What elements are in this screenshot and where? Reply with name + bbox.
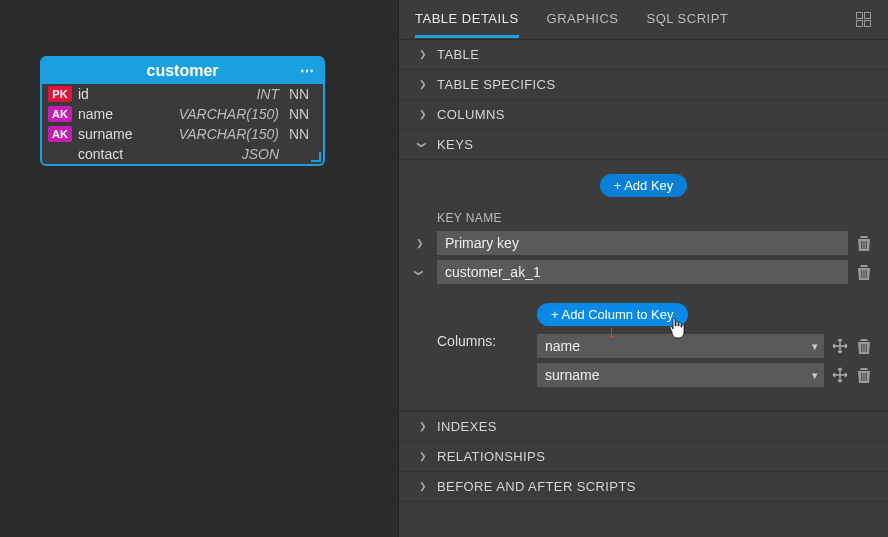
delete-column-icon[interactable] — [856, 337, 872, 355]
entity-title: customer — [146, 62, 218, 79]
entity-header[interactable]: customer ⋯ — [42, 58, 323, 84]
entity-column-row[interactable]: AK name VARCHAR(150) NN — [42, 104, 323, 124]
section-columns[interactable]: COLUMNS — [399, 100, 888, 130]
delete-key-icon[interactable] — [856, 234, 872, 252]
column-name: id — [78, 86, 256, 102]
svg-rect-8 — [866, 344, 867, 352]
add-column-to-key-button[interactable]: + Add Column to Key — [537, 303, 688, 326]
add-key-button[interactable]: + Add Key — [600, 174, 688, 197]
chevron-right-icon — [415, 79, 429, 90]
entity-customer[interactable]: customer ⋯ PK id INT NN AK name VARCHAR(… — [40, 56, 325, 166]
section-keys[interactable]: KEYS — [399, 130, 888, 160]
column-nullability: NN — [289, 126, 317, 142]
section-indexes[interactable]: INDEXES — [399, 411, 888, 442]
column-name: surname — [78, 126, 179, 142]
resize-handle-icon[interactable] — [311, 152, 321, 162]
svg-rect-9 — [861, 373, 862, 381]
entity-menu-icon[interactable]: ⋯ — [300, 63, 315, 79]
tab-sql-script[interactable]: SQL SCRIPT — [646, 1, 728, 38]
column-name: name — [78, 106, 179, 122]
reorder-handle-icon[interactable] — [832, 367, 848, 383]
chevron-right-icon — [415, 109, 429, 120]
tab-bar: TABLE DETAILS GRAPHICS SQL SCRIPT — [399, 0, 888, 40]
badge-primary-key: PK — [48, 86, 72, 102]
svg-rect-10 — [863, 373, 864, 381]
svg-rect-3 — [861, 270, 862, 278]
columns-label: Columns: — [437, 303, 537, 349]
column-type: VARCHAR(150) — [179, 126, 289, 142]
svg-rect-7 — [863, 344, 864, 352]
select-value: surname — [545, 367, 599, 383]
section-scripts[interactable]: BEFORE AND AFTER SCRIPTS — [399, 472, 888, 502]
diagram-canvas[interactable]: customer ⋯ PK id INT NN AK name VARCHAR(… — [0, 0, 398, 537]
sections-container: TABLE TABLE SPECIFICS COLUMNS KEYS + Add… — [399, 40, 888, 537]
section-label: COLUMNS — [437, 107, 505, 122]
svg-rect-6 — [861, 344, 862, 352]
collapse-key-icon[interactable] — [415, 267, 429, 278]
section-label: BEFORE AND AFTER SCRIPTS — [437, 479, 636, 494]
chevron-right-icon — [415, 421, 429, 432]
section-table-specifics[interactable]: TABLE SPECIFICS — [399, 70, 888, 100]
entity-column-row[interactable]: AK surname VARCHAR(150) NN — [42, 124, 323, 144]
entity-column-row[interactable]: PK id INT NN — [42, 84, 323, 104]
key-name-heading: KEY NAME — [415, 211, 872, 225]
chevron-right-icon — [415, 49, 429, 60]
layout-toggle-icon[interactable] — [856, 12, 872, 28]
section-label: INDEXES — [437, 419, 497, 434]
column-type: INT — [256, 86, 289, 102]
svg-rect-2 — [866, 241, 867, 249]
select-value: name — [545, 338, 580, 354]
section-label: TABLE SPECIFICS — [437, 77, 555, 92]
delete-key-icon[interactable] — [856, 263, 872, 281]
column-nullability: NN — [289, 86, 317, 102]
key-details: Columns: + Add Column to Key name — [415, 289, 872, 394]
key-column-select[interactable]: surname — [537, 363, 824, 387]
key-column-row: name ↓ — [537, 334, 872, 358]
key-name-input[interactable] — [437, 231, 848, 255]
column-name: contact — [78, 146, 242, 162]
chevron-right-icon — [415, 481, 429, 492]
svg-rect-1 — [863, 241, 864, 249]
badge-alternate-key: AK — [48, 106, 72, 122]
section-table[interactable]: TABLE — [399, 40, 888, 70]
details-panel: TABLE DETAILS GRAPHICS SQL SCRIPT TABLE … — [398, 0, 888, 537]
key-name-input[interactable] — [437, 260, 848, 284]
section-label: RELATIONSHIPS — [437, 449, 545, 464]
section-label: KEYS — [437, 137, 473, 152]
svg-rect-0 — [861, 241, 862, 249]
tab-table-details[interactable]: TABLE DETAILS — [415, 1, 519, 38]
key-column-select[interactable]: name — [537, 334, 824, 358]
svg-rect-11 — [866, 373, 867, 381]
column-nullability: NN — [289, 106, 317, 122]
expand-key-icon[interactable] — [415, 238, 429, 249]
delete-column-icon[interactable] — [856, 366, 872, 384]
badge-alternate-key: AK — [48, 126, 72, 142]
svg-rect-4 — [863, 270, 864, 278]
section-label: TABLE — [437, 47, 479, 62]
key-row — [415, 260, 872, 284]
key-row — [415, 231, 872, 255]
keys-body: + Add Key KEY NAME Columns: — [399, 160, 888, 411]
entity-column-row[interactable]: -- contact JSON — [42, 144, 323, 164]
section-relationships[interactable]: RELATIONSHIPS — [399, 442, 888, 472]
column-type: VARCHAR(150) — [179, 106, 289, 122]
reorder-handle-icon[interactable] — [832, 338, 848, 354]
key-column-row: surname — [537, 363, 872, 387]
chevron-down-icon — [415, 139, 429, 150]
chevron-right-icon — [415, 451, 429, 462]
svg-rect-5 — [866, 270, 867, 278]
tab-graphics[interactable]: GRAPHICS — [547, 1, 619, 38]
column-type: JSON — [242, 146, 289, 162]
